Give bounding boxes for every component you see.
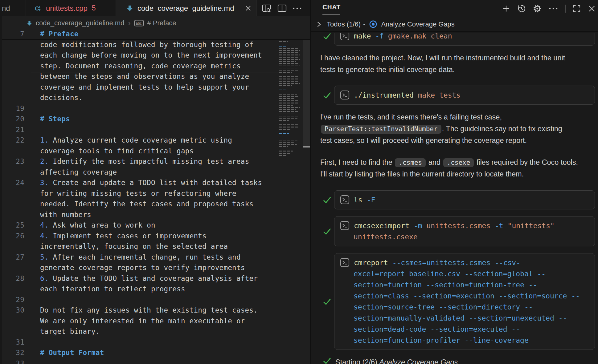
tab-clipped[interactable]: nd <box>0 0 26 16</box>
code-line[interactable]: 29 <box>2 296 279 306</box>
line-text[interactable]: needed. Identify the test cases and prop… <box>40 200 253 208</box>
line-text[interactable]: step. Document reasoning, code coverage … <box>40 62 241 70</box>
code-line[interactable]: decisions. <box>2 94 279 104</box>
line-text[interactable]: 6. Update the TODO list and coverage ana… <box>40 274 258 282</box>
line-text[interactable]: 5. After each incremental change, run te… <box>40 253 241 261</box>
line-text[interactable]: generate coverage reports to verify impr… <box>40 264 245 272</box>
tab-clipped-label: nd <box>2 4 10 13</box>
new-chat-icon[interactable] <box>502 5 510 13</box>
tab-close-icon[interactable] <box>244 4 252 12</box>
split-editor-icon[interactable] <box>277 3 287 13</box>
code-line[interactable]: We are only interested in the main execu… <box>2 317 279 328</box>
code-line[interactable]: 33 <box>2 359 279 364</box>
sticky-scroll[interactable]: 7 # Preface <box>2 30 310 40</box>
code-line[interactable]: coverage tools to find critical gaps <box>2 147 279 158</box>
terminal-command-box[interactable]: make -f gmake.mak clean <box>334 33 595 46</box>
code-line[interactable]: target binary. <box>2 327 279 338</box>
line-text[interactable]: code modifications followed by thorough … <box>40 41 253 49</box>
editor-more-actions-icon[interactable] <box>293 7 302 10</box>
line-text[interactable]: 4. Ask what area to work on <box>40 221 155 229</box>
line-text[interactable]: between the steps and observations as yo… <box>40 72 249 80</box>
line-text[interactable]: # Output Format <box>40 349 104 357</box>
tab-unittests-cpp[interactable]: C++ unittests.cpp 5 <box>26 0 116 16</box>
line-text[interactable]: decisions. <box>40 94 83 102</box>
line-number: 26 <box>2 232 24 240</box>
code-line[interactable]: 20# Steps <box>2 115 279 126</box>
line-text[interactable]: 2. Identify the most impactful missing t… <box>40 157 249 165</box>
maximize-panel-icon[interactable] <box>573 5 581 13</box>
line-text[interactable]: target binary. <box>40 327 100 335</box>
terminal-command-box[interactable]: cmcsexeimport -m unittests.csmes -t "uni… <box>334 216 595 246</box>
inline-code[interactable]: .csexe <box>443 158 474 167</box>
text-editor[interactable]: 7 # Preface code modifications followed … <box>2 30 310 364</box>
terminal-command-box[interactable]: cmreport --csmes=unittests.csmes --csv-e… <box>334 253 595 350</box>
line-text[interactable]: with numbers <box>40 211 91 219</box>
code-line[interactable]: generate coverage reports to verify impr… <box>2 264 279 274</box>
line-text[interactable]: for writing missing tests or refactoring… <box>40 189 236 197</box>
code-line[interactable]: 21 <box>2 126 279 136</box>
line-text[interactable]: each change before moving on to the next… <box>40 51 262 59</box>
line-text[interactable]: 4. Implement test cases or improvements <box>40 232 207 240</box>
code-line[interactable]: 254. Ask what area to work on <box>2 221 279 232</box>
code-line[interactable]: 243. Create and update a TODO list with … <box>2 179 279 189</box>
editor-left-sash[interactable] <box>0 16 2 364</box>
chat-body[interactable]: make -f gmake.mak cleanI have cleaned th… <box>311 33 598 364</box>
breadcrumb[interactable]: code_coverage_guideline.md › abc # Prefa… <box>2 16 310 30</box>
chat-text-line: tests to generate the initial coverage d… <box>320 64 594 76</box>
minimap[interactable] <box>279 30 301 364</box>
inline-code[interactable]: ParserTest::testInvalidNumber <box>321 125 441 134</box>
code-line[interactable]: 286. Update the TODO list and coverage a… <box>2 274 279 285</box>
code-line[interactable]: 30Do not fix any issues with the existin… <box>2 306 279 317</box>
tab-code-coverage-guideline-md[interactable]: code_coverage_guideline.md <box>116 0 257 16</box>
code-line[interactable]: coverage and implement tests to help sup… <box>2 83 279 94</box>
code-line[interactable]: with numbers <box>2 211 279 221</box>
scrollbar-slider[interactable] <box>303 30 310 147</box>
line-text[interactable]: each iteration to reflect progress <box>40 285 185 293</box>
code-line[interactable]: between the steps and observations as yo… <box>2 72 279 83</box>
line-number: 22 <box>2 136 24 144</box>
command-token: section=dead-code --section=executed -- <box>354 325 520 333</box>
chat-text-line: I've run the tests, and it seems there's… <box>320 111 594 123</box>
line-text[interactable]: coverage tools to find critical gaps <box>40 147 194 155</box>
terminal-command-box[interactable]: ls -F <box>334 190 595 209</box>
code-line[interactable]: 31 <box>2 338 279 349</box>
code-line[interactable]: 275. After each incremental change, run … <box>2 253 279 264</box>
chat-tab-title[interactable]: CHAT <box>322 3 340 14</box>
line-text[interactable]: affecting coverage <box>40 168 117 176</box>
inline-code[interactable]: .csmes <box>395 158 426 167</box>
code-area[interactable]: code modifications followed by thorough … <box>2 41 279 364</box>
line-text[interactable]: incrementally, focusing on the selected … <box>40 242 228 250</box>
close-panel-icon[interactable] <box>588 5 596 13</box>
line-text[interactable]: 3. Create and update a TODO list with de… <box>40 179 262 187</box>
code-line[interactable]: incrementally, focusing on the selected … <box>2 242 279 253</box>
editor-scrollbar[interactable] <box>303 30 310 364</box>
code-line[interactable]: affecting coverage <box>2 168 279 179</box>
breadcrumb-symbol[interactable]: # Preface <box>147 19 176 27</box>
code-line[interactable]: step. Document reasoning, code coverage … <box>2 62 279 73</box>
code-line[interactable]: needed. Identify the test cases and prop… <box>2 200 279 211</box>
line-text[interactable]: Do not fix any issues with the existing … <box>40 306 258 314</box>
sticky-line-text[interactable]: # Preface <box>40 30 79 38</box>
more-actions-icon[interactable] <box>549 7 558 10</box>
todos-header[interactable]: Todos (1/6) - Analyze Coverage Gaps <box>311 17 598 32</box>
command-token: --csmes=unittests.csmes --csv- <box>392 259 520 267</box>
code-line[interactable]: 264. Implement test cases or improvement… <box>2 232 279 243</box>
open-preview-icon[interactable] <box>262 3 272 13</box>
terminal-command-box[interactable]: ./instrumented make tests <box>334 86 595 105</box>
code-line[interactable]: 32# Output Format <box>2 349 279 359</box>
breadcrumb-file[interactable]: code_coverage_guideline.md <box>36 19 124 27</box>
chevron-right-icon[interactable] <box>315 21 322 28</box>
code-line[interactable]: 221. Analyze current code coverage metri… <box>2 136 279 147</box>
code-line[interactable]: 232. Identify the most impactful missing… <box>2 157 279 168</box>
history-icon[interactable] <box>517 4 526 13</box>
line-text[interactable]: We are only interested in the main execu… <box>40 317 245 325</box>
line-text[interactable]: 1. Analyze current code coverage metric … <box>40 136 232 144</box>
line-text[interactable]: coverage and implement tests to help sup… <box>40 83 249 91</box>
line-text[interactable]: # Steps <box>40 115 70 123</box>
code-line[interactable]: each iteration to reflect progress <box>2 285 279 296</box>
minimap-line <box>279 108 301 111</box>
minimap-blank <box>279 91 301 93</box>
code-line[interactable]: 19 <box>2 104 279 115</box>
code-line[interactable]: for writing missing tests or refactoring… <box>2 189 279 200</box>
settings-gear-icon[interactable] <box>533 4 542 13</box>
